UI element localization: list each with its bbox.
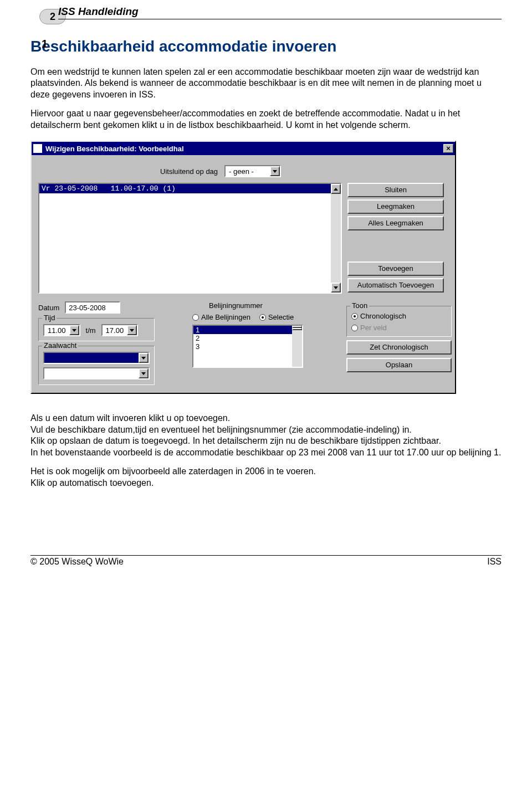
belijning-label: Belijningnummer <box>209 301 342 310</box>
tijd-from-value: 11.00 <box>44 325 69 335</box>
alles-leegmaken-button[interactable]: Alles Leegmaken <box>347 216 444 230</box>
tijd-group: Tijd 11.00 t/m 17.00 <box>38 318 155 341</box>
radio-label: Per veld <box>360 324 387 332</box>
chevron-down-icon[interactable] <box>139 353 149 363</box>
belijning-radio-selectie[interactable]: Selectie <box>259 313 294 321</box>
scroll-up-icon[interactable] <box>331 184 341 194</box>
availability-listbox[interactable]: Vr 23-05-2008 11.00-17.00 (1) <box>38 183 342 294</box>
radio-label: Chronologisch <box>360 312 406 320</box>
toon-radio-chrono[interactable]: Chronologisch <box>351 312 447 320</box>
intro-paragraph-2: Hiervoor gaat u naar gegevensbeheer/acco… <box>30 108 502 131</box>
zet-chronologisch-button[interactable]: Zet Chronologisch <box>346 340 452 355</box>
scroll-down-icon[interactable] <box>331 283 341 293</box>
chevron-down-icon[interactable] <box>139 368 149 378</box>
toon-legend: Toon <box>350 301 369 310</box>
doc-header: 2 ISS Handleiding <box>30 6 502 21</box>
window-title: Wijzigen Beschikbaarheid: Voorbeeldhal <box>45 145 443 153</box>
radio-icon <box>192 314 199 321</box>
zaalwacht-value-2 <box>44 368 139 378</box>
toevoegen-button[interactable]: Toevoegen <box>347 261 444 276</box>
list-item[interactable]: 2 <box>193 334 292 342</box>
belijning-scrollbar[interactable] <box>292 326 302 367</box>
belijning-radio-alle[interactable]: Alle Belijningen <box>192 313 250 321</box>
day-filter-label: Uitsluitend op dag <box>160 167 218 176</box>
radio-icon <box>351 313 358 320</box>
zaalwacht-value-1 <box>44 353 139 363</box>
tijd-legend: Tijd <box>42 314 57 322</box>
list-item[interactable]: 1 <box>193 326 292 334</box>
close-button[interactable]: × <box>443 144 453 153</box>
sluiten-button[interactable]: Sluiten <box>347 183 444 197</box>
tijd-to-value: 17.00 <box>103 325 127 335</box>
system-icon <box>33 144 42 153</box>
radio-label: Alle Belijningen <box>201 313 250 321</box>
chevron-down-icon[interactable] <box>69 325 79 335</box>
day-filter-dropdown[interactable]: - geen - <box>224 165 281 177</box>
page-footer: © 2005 WisseQ WoWie ISS <box>30 555 502 567</box>
tijd-to-dropdown[interactable]: 17.00 <box>101 324 139 336</box>
leegmaken-button[interactable]: Leegmaken <box>347 199 444 214</box>
zaalwacht-legend: Zaalwacht <box>42 341 78 350</box>
chevron-down-icon[interactable] <box>127 325 137 335</box>
list-item[interactable]: Vr 23-05-2008 11.00-17.00 (1) <box>39 184 331 193</box>
datum-input[interactable]: 23-05-2008 <box>65 301 120 314</box>
radio-icon <box>351 325 358 331</box>
scroll-down-icon[interactable] <box>292 328 302 330</box>
after-paragraph-1: Als u een datum wilt invoeren klikt u op… <box>30 413 502 458</box>
day-filter-value: - geen - <box>226 166 270 176</box>
zaalwacht-dropdown-2[interactable] <box>43 367 150 379</box>
zaalwacht-dropdown-1[interactable] <box>43 352 150 364</box>
toon-radio-perveld: Per veld <box>351 324 447 332</box>
listbox-scrollbar[interactable] <box>331 184 341 293</box>
tijd-separator: t/m <box>86 326 96 335</box>
chevron-down-icon[interactable] <box>270 166 280 176</box>
zaalwacht-group: Zaalwacht <box>38 346 155 385</box>
footer-left: © 2005 WisseQ WoWie <box>30 557 124 567</box>
list-item[interactable]: 3 <box>193 342 292 351</box>
dialog-window: Wijzigen Beschikbaarheid: Voorbeeldhal ×… <box>30 141 456 394</box>
belijning-listbox[interactable]: 1 2 3 <box>192 325 303 368</box>
header-rule <box>58 19 502 19</box>
titlebar[interactable]: Wijzigen Beschikbaarheid: Voorbeeldhal × <box>32 142 455 155</box>
intro-paragraph-1: Om een wedstrijd te kunnen laten spelen … <box>30 66 502 100</box>
opslaan-button[interactable]: Opslaan <box>346 358 452 372</box>
datum-label: Datum <box>38 304 59 312</box>
automatisch-toevoegen-button[interactable]: Automatisch Toevoegen <box>347 278 444 293</box>
doc-title: ISS Handleiding <box>58 6 139 18</box>
radio-label: Selectie <box>268 313 294 321</box>
scrollbar-track[interactable] <box>331 194 341 283</box>
section-number: 1 <box>42 38 48 50</box>
radio-icon <box>259 314 266 321</box>
footer-right: ISS <box>487 557 502 567</box>
after-paragraph-2: Het is ook mogelijk om bijvoorbeeld alle… <box>30 466 502 489</box>
section-title: Beschikbaarheid accommodatie invoeren <box>30 38 502 55</box>
toon-group: Toon Chronologisch Per veld <box>346 306 452 337</box>
tijd-from-dropdown[interactable]: 11.00 <box>43 324 80 336</box>
